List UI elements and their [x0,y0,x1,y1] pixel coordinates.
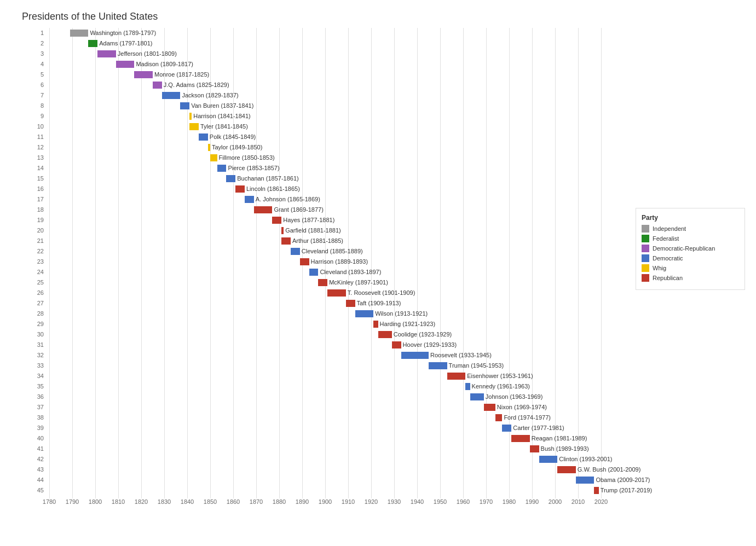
bars-area: Washington (1789-1797)Adams (1797-1801)J… [49,28,624,498]
row-number-label: 15 [37,173,44,183]
bar-row: Monroe (1817-1825) [134,69,209,79]
legend-item: Democratic-Republican [642,245,739,252]
bar-row: J.Q. Adams (1825-1829) [153,80,229,90]
row-number-label: 36 [37,392,44,402]
row-number-label: 26 [37,288,44,298]
row-number-label: 14 [37,163,44,173]
bar-row: T. Roosevelt (1901-1909) [327,288,415,298]
bar-row: Harrison (1889-1893) [300,257,368,266]
x-axis-tick: 2000 [549,498,562,505]
x-axis-tick: 1850 [204,498,217,505]
row-number-label: 44 [37,475,44,485]
president-bar [594,487,598,494]
president-bar [392,341,401,348]
bar-row: McKinley (1897-1901) [318,277,388,287]
bar-row: Trump (2017-2019) [594,485,652,495]
row-number-label: 19 [37,215,44,225]
x-axis-tick: 2020 [595,498,608,505]
president-bar [318,279,327,286]
x-axis-tick: 1960 [457,498,470,505]
president-bar [484,404,495,411]
row-number-label: 39 [37,423,44,433]
president-label: Tyler (1841-1845) [200,123,248,130]
bar-row: Taft (1909-1913) [346,298,401,308]
president-bar [465,383,470,390]
president-label: Taft (1909-1913) [357,300,401,306]
president-label: McKinley (1897-1901) [329,279,388,286]
x-axis-tick: 1890 [296,498,309,505]
president-label: Arthur (1881-1885) [292,237,343,244]
president-label: Nixon (1969-1974) [497,404,547,410]
x-axis-tick: 1980 [503,498,516,505]
president-label: Madison (1809-1817) [136,61,193,67]
x-axis-tick: 1940 [411,498,424,505]
x-axis-tick: 1930 [388,498,401,505]
president-bar [134,71,153,78]
row-number-label: 20 [37,225,44,235]
president-bar [235,185,245,193]
row-number-label: 11 [37,132,44,142]
president-label: Harrison (1889-1893) [311,258,368,265]
president-bar [355,310,374,317]
legend-label: Democratic-Republican [653,245,715,252]
bar-row: Jefferson (1801-1809) [97,49,177,59]
president-bar [346,300,355,307]
president-bar [373,321,378,328]
legend-item: Democratic [642,254,739,262]
president-bar [116,61,135,68]
bar-row: Harding (1921-1923) [373,319,435,329]
row-number-label: 28 [37,309,44,318]
legend-color-box [642,274,649,282]
bar-row: Hayes (1877-1881) [272,215,334,225]
bar-row: Fillmore (1850-1853) [210,153,275,162]
president-bar [495,414,503,421]
president-label: Reagan (1981-1989) [532,435,587,442]
bar-row: Clinton (1993-2001) [539,454,613,464]
row-number-label: 42 [37,454,44,464]
x-axis-tick: 1900 [319,498,332,505]
president-bar [210,154,217,161]
president-bar [327,289,346,297]
president-bar [530,445,539,452]
bar-row: Ford (1974-1977) [495,413,551,422]
president-label: A. Johnson (1865-1869) [256,196,320,202]
bar-row: Cleveland (1885-1889) [291,246,363,256]
row-number-label: 10 [37,121,44,131]
president-bar [189,123,199,130]
x-axis-tick: 1820 [135,498,148,505]
legend-title: Party [642,214,739,222]
president-bar [539,456,558,463]
president-bar [189,113,192,120]
legend-color-box [642,235,649,242]
x-axis-tick: 1860 [227,498,240,505]
president-label: T. Roosevelt (1901-1909) [348,289,415,296]
president-label: Taylor (1849-1850) [212,144,262,150]
x-axis: 1780179018001810182018301840185018601870… [49,498,624,509]
row-number-label: 25 [37,277,44,287]
bar-row: Bush (1989-1993) [530,444,589,454]
president-label: Washington (1789-1797) [90,30,156,36]
bar-row: Lincoln (1861-1865) [235,184,300,194]
x-axis-tick: 1800 [89,498,102,505]
president-bar [300,258,309,265]
president-label: Fillmore (1850-1853) [219,154,275,161]
president-bar [281,237,291,245]
legend-label: Federalist [653,235,679,242]
x-axis-tick: 1870 [250,498,263,505]
president-bar [291,248,300,255]
president-label: Eisenhower (1953-1961) [467,373,533,379]
president-label: Coolidge (1923-1929) [394,331,452,338]
bar-row: Garfield (1881-1881) [281,225,341,235]
president-label: Truman (1945-1953) [449,362,504,369]
row-number-label: 32 [37,350,44,360]
president-bar [245,196,254,203]
row-number-label: 29 [37,319,44,329]
president-bar [208,144,210,151]
president-label: Harding (1921-1923) [380,321,436,327]
legend-color-box [642,245,649,252]
president-bar [470,393,484,400]
president-bar [162,92,181,99]
row-number-label: 34 [37,371,44,381]
president-label: G.W. Bush (2001-2009) [578,466,641,473]
bar-row: Nixon (1969-1974) [484,402,547,412]
